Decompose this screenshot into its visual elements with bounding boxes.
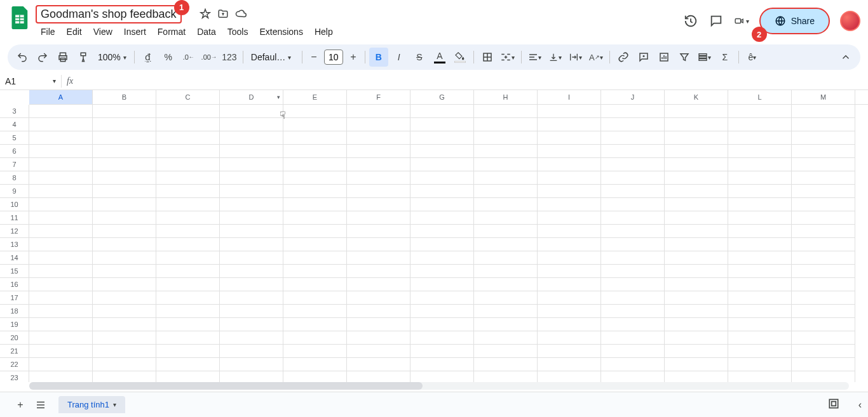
cell-J8[interactable] <box>601 171 665 185</box>
cell-A15[interactable] <box>29 265 93 278</box>
cell-C23[interactable] <box>156 371 220 382</box>
cell-B18[interactable] <box>93 305 156 318</box>
cell-G11[interactable] <box>410 211 474 225</box>
cell-C6[interactable] <box>156 145 220 158</box>
collapse-toolbar-button[interactable] <box>836 48 855 67</box>
cell-K11[interactable] <box>665 211 728 225</box>
cell-L11[interactable] <box>728 211 792 225</box>
functions-button[interactable]: Σ <box>715 48 735 67</box>
column-header-G[interactable]: G▾ <box>410 90 474 104</box>
column-header-F[interactable]: F▾ <box>347 90 410 104</box>
cell-A21[interactable] <box>29 345 93 358</box>
cell-C17[interactable] <box>156 291 220 305</box>
cell-I22[interactable] <box>538 358 601 371</box>
cell-M3[interactable] <box>792 105 855 118</box>
cell-D3[interactable] <box>220 105 283 118</box>
undo-button[interactable] <box>13 48 32 67</box>
cell-L6[interactable] <box>728 145 792 158</box>
cell-M15[interactable] <box>792 265 855 278</box>
cell-M17[interactable] <box>792 291 855 305</box>
cell-G19[interactable] <box>410 318 474 331</box>
cell-A19[interactable] <box>29 318 93 331</box>
cell-H12[interactable] <box>474 225 538 238</box>
row-header-4[interactable]: 4 <box>0 118 29 131</box>
document-title[interactable]: Goodman's shop feedback 1 <box>36 5 182 23</box>
column-header-E[interactable]: E▾ <box>283 90 347 104</box>
number-format-button[interactable]: 123 <box>220 48 239 67</box>
cell-M14[interactable] <box>792 251 855 265</box>
cell-L8[interactable] <box>728 171 792 185</box>
sheets-logo[interactable] <box>8 5 33 30</box>
cell-K21[interactable] <box>665 345 728 358</box>
cell-K19[interactable] <box>665 318 728 331</box>
rotate-button[interactable]: A↗▾ <box>587 48 606 67</box>
cell-J9[interactable] <box>601 185 665 198</box>
cell-F18[interactable] <box>347 305 410 318</box>
row-header-17[interactable]: 17 <box>0 291 29 305</box>
cell-K3[interactable] <box>665 105 728 118</box>
cell-C16[interactable] <box>156 278 220 291</box>
cell-D14[interactable] <box>220 251 283 265</box>
row-header-21[interactable]: 21 <box>0 345 29 358</box>
cell-E18[interactable] <box>283 305 347 318</box>
cell-B7[interactable] <box>93 158 156 171</box>
cell-J18[interactable] <box>601 305 665 318</box>
italic-button[interactable]: I <box>390 48 409 67</box>
column-header-K[interactable]: K▾ <box>665 90 728 104</box>
cell-L10[interactable] <box>728 198 792 211</box>
row-header-6[interactable]: 6 <box>0 145 29 158</box>
cell-C7[interactable] <box>156 158 220 171</box>
zoom-select[interactable]: 100%▾ <box>94 52 130 62</box>
cell-G4[interactable] <box>410 118 474 131</box>
cell-D15[interactable] <box>220 265 283 278</box>
cell-J20[interactable] <box>601 331 665 345</box>
cell-B9[interactable] <box>93 185 156 198</box>
cell-I21[interactable] <box>538 345 601 358</box>
cell-J19[interactable] <box>601 318 665 331</box>
cell-D12[interactable] <box>220 225 283 238</box>
cell-C9[interactable] <box>156 185 220 198</box>
cell-G13[interactable] <box>410 238 474 251</box>
cell-K18[interactable] <box>665 305 728 318</box>
menu-insert[interactable]: Insert <box>119 24 151 39</box>
cell-L5[interactable] <box>728 131 792 145</box>
cell-B6[interactable] <box>93 145 156 158</box>
cell-B19[interactable] <box>93 318 156 331</box>
chart-button[interactable] <box>654 48 674 67</box>
row-header-8[interactable]: 8 <box>0 171 29 185</box>
cell-E6[interactable] <box>283 145 347 158</box>
cell-M7[interactable] <box>792 158 855 171</box>
cell-B8[interactable] <box>93 171 156 185</box>
cell-D17[interactable] <box>220 291 283 305</box>
cell-F8[interactable] <box>347 171 410 185</box>
column-header-H[interactable]: H▾ <box>474 90 538 104</box>
cell-M11[interactable] <box>792 211 855 225</box>
cell-M12[interactable] <box>792 225 855 238</box>
cell-E14[interactable] <box>283 251 347 265</box>
cell-M20[interactable] <box>792 331 855 345</box>
cell-H9[interactable] <box>474 185 538 198</box>
cell-M10[interactable] <box>792 198 855 211</box>
cell-B4[interactable] <box>93 118 156 131</box>
cell-I16[interactable] <box>538 278 601 291</box>
cell-J6[interactable] <box>601 145 665 158</box>
row-header-11[interactable]: 11 <box>0 211 29 225</box>
horizontal-scrollbar[interactable] <box>29 382 849 390</box>
cell-D20[interactable] <box>220 331 283 345</box>
cell-D13[interactable] <box>220 238 283 251</box>
cell-L21[interactable] <box>728 345 792 358</box>
row-header-13[interactable]: 13 <box>0 238 29 251</box>
currency-button[interactable]: ₫ <box>139 48 158 67</box>
cell-C11[interactable] <box>156 211 220 225</box>
cell-B22[interactable] <box>93 358 156 371</box>
cloud-status-icon[interactable] <box>235 8 247 20</box>
cell-F9[interactable] <box>347 185 410 198</box>
cell-B12[interactable] <box>93 225 156 238</box>
cell-L15[interactable] <box>728 265 792 278</box>
cell-G8[interactable] <box>410 171 474 185</box>
cell-F7[interactable] <box>347 158 410 171</box>
cell-E15[interactable] <box>283 265 347 278</box>
name-box[interactable]: A1▾ <box>0 76 61 86</box>
cell-K6[interactable] <box>665 145 728 158</box>
cells-grid[interactable] <box>29 105 868 382</box>
